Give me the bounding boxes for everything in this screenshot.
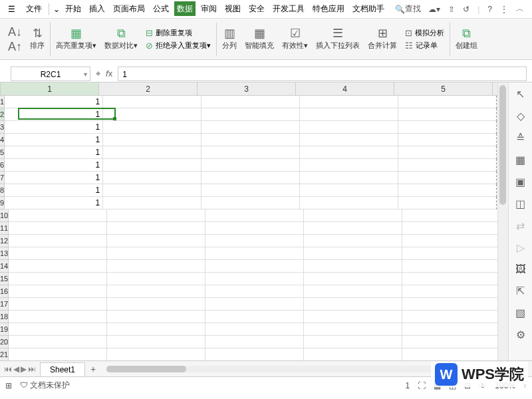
cell[interactable]: [107, 311, 205, 323]
menu-tab-开发工具[interactable]: 开发工具: [270, 1, 307, 16]
cursor-icon[interactable]: ↖: [516, 88, 525, 100]
row-header-5[interactable]: 5: [0, 146, 5, 159]
cell[interactable]: [300, 146, 398, 159]
cell[interactable]: 1: [5, 197, 103, 209]
history-dropdown[interactable]: ⌄: [51, 2, 63, 17]
cell[interactable]: [402, 323, 497, 336]
sort-desc-button[interactable]: A↑: [8, 41, 22, 53]
cell[interactable]: [103, 184, 201, 197]
image-icon[interactable]: 🖼: [515, 263, 526, 275]
cell[interactable]: [9, 222, 107, 235]
cell[interactable]: [304, 323, 402, 336]
cell[interactable]: [402, 285, 497, 298]
cell[interactable]: [205, 336, 304, 348]
select-shape-icon[interactable]: ◇: [517, 110, 525, 122]
tab-next-icon[interactable]: ▶: [21, 364, 27, 374]
cell[interactable]: [107, 323, 205, 336]
menu-tab-公式[interactable]: 公式: [150, 1, 172, 16]
add-sheet-button[interactable]: +: [85, 364, 101, 374]
menu-tab-页面布局[interactable]: 页面布局: [110, 1, 148, 16]
cell[interactable]: 1: [5, 146, 103, 159]
cell[interactable]: [103, 121, 201, 134]
cell[interactable]: [300, 197, 398, 209]
tools-icon[interactable]: ⊞: [5, 381, 12, 390]
settings-icon[interactable]: ⚙: [516, 329, 525, 341]
cell[interactable]: 1: [5, 159, 103, 172]
row-header-19[interactable]: 19: [0, 323, 9, 336]
cell[interactable]: [398, 121, 497, 134]
cell[interactable]: [398, 146, 497, 159]
cell[interactable]: [398, 172, 497, 184]
cell[interactable]: [304, 247, 402, 260]
format-icon[interactable]: ≙: [516, 132, 525, 144]
protect-status[interactable]: 🛡 文档未保护: [20, 380, 70, 391]
cell[interactable]: [300, 159, 398, 172]
gallery-icon[interactable]: ▧: [515, 307, 525, 319]
sort-button[interactable]: ⇅ 排序: [26, 19, 49, 59]
cell[interactable]: [205, 247, 304, 260]
smart-fill-button[interactable]: ▦ 智能填充: [241, 19, 278, 59]
cell[interactable]: [300, 96, 398, 108]
cell[interactable]: 1: [5, 121, 103, 134]
cell[interactable]: [103, 134, 201, 146]
col-header-6[interactable]: 6: [493, 82, 497, 95]
history-icon[interactable]: ↺: [463, 5, 469, 14]
menu-tab-审阅[interactable]: 审阅: [198, 1, 219, 16]
cell[interactable]: [402, 260, 497, 273]
cell[interactable]: [205, 298, 304, 311]
cell[interactable]: [107, 348, 205, 360]
cell[interactable]: [107, 209, 205, 222]
cell[interactable]: [103, 172, 201, 184]
sort-asc-button[interactable]: A↓: [8, 26, 22, 38]
cell[interactable]: [300, 108, 398, 121]
col-header-5[interactable]: 5: [394, 82, 493, 95]
horizontal-scroll-thumb[interactable]: [106, 366, 186, 372]
menu-tab-视图[interactable]: 视图: [222, 1, 243, 16]
cell[interactable]: [304, 311, 402, 323]
play-icon[interactable]: ▷: [517, 241, 525, 254]
cell[interactable]: [402, 235, 497, 247]
cell[interactable]: [9, 348, 107, 360]
cell[interactable]: [304, 209, 402, 222]
menu-tab-数据[interactable]: 数据: [174, 1, 196, 16]
delete-dup-button[interactable]: ⊟删除重复项: [146, 28, 211, 38]
cell[interactable]: 1: [5, 134, 103, 146]
cell[interactable]: [201, 184, 300, 197]
cell[interactable]: [398, 134, 497, 146]
row-header-7[interactable]: 7: [0, 172, 5, 184]
transfer-icon[interactable]: ⇄: [516, 219, 525, 232]
chart-icon[interactable]: ◫: [515, 198, 525, 210]
cell[interactable]: [402, 222, 497, 235]
cell[interactable]: [402, 311, 497, 323]
col-header-2[interactable]: 2: [99, 82, 198, 95]
row-header-18[interactable]: 18: [0, 311, 9, 323]
cell[interactable]: [398, 197, 497, 209]
create-group-button[interactable]: ⧉ 创建组: [452, 19, 481, 59]
cell[interactable]: [398, 184, 497, 197]
row-header-21[interactable]: 21: [0, 348, 9, 360]
cell[interactable]: [201, 159, 300, 172]
record-form-button[interactable]: ☷记录单: [405, 41, 444, 51]
cell[interactable]: [9, 260, 107, 273]
tab-prev-icon[interactable]: ◀: [13, 364, 19, 374]
cell[interactable]: 1: [5, 184, 103, 197]
sheet-tab-1[interactable]: Sheet1: [40, 362, 85, 376]
row-header-9[interactable]: 9: [0, 197, 5, 209]
cell[interactable]: [402, 273, 497, 285]
cell[interactable]: [9, 209, 107, 222]
cell[interactable]: [9, 311, 107, 323]
row-header-20[interactable]: 20: [0, 336, 9, 348]
row-header-16[interactable]: 16: [0, 285, 9, 298]
collapse-ribbon-icon[interactable]: ︿: [516, 3, 524, 15]
cell[interactable]: 1: [5, 96, 103, 108]
row-header-17[interactable]: 17: [0, 298, 9, 311]
fx-icon[interactable]: fx: [106, 68, 112, 78]
cell[interactable]: [205, 273, 304, 285]
cell[interactable]: [205, 323, 304, 336]
validation-button[interactable]: ☑ 有效性▾: [278, 19, 312, 59]
cell[interactable]: [402, 348, 497, 360]
cell[interactable]: [201, 108, 300, 121]
consolidate-button[interactable]: ⊞ 合并计算: [364, 19, 401, 59]
data-compare-button[interactable]: ⧉ 数据对比▾: [100, 19, 142, 59]
cell[interactable]: [201, 121, 300, 134]
